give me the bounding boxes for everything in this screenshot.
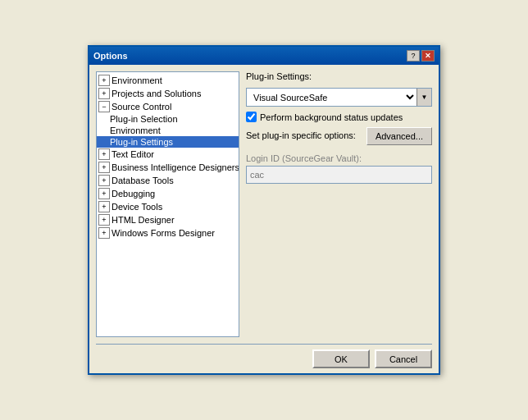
- plugin-settings-label: Plug-in Settings:: [246, 71, 432, 81]
- tree-item-source-control[interactable]: − Source Control: [97, 100, 239, 113]
- tree-item-environment[interactable]: + Environment: [97, 74, 239, 87]
- tree-label-bi-designers: Business Intelligence Designers: [112, 162, 239, 172]
- expander-debugging[interactable]: +: [98, 188, 110, 199]
- tree-label-html-designer: HTML Designer: [112, 215, 175, 225]
- background-updates-label[interactable]: Perform background status updates: [260, 112, 403, 122]
- options-row: Set plug-in specific options: Advanced..…: [246, 127, 432, 145]
- right-panel: Plug-in Settings: Visual SourceSafe None…: [246, 71, 432, 337]
- tree-item-debugging[interactable]: + Debugging: [97, 187, 239, 200]
- tree-label-source-control: Source Control: [112, 102, 171, 112]
- advanced-button[interactable]: Advanced...: [366, 127, 432, 145]
- checkbox-row: Perform background status updates: [246, 112, 432, 122]
- background-updates-checkbox[interactable]: [246, 112, 257, 122]
- tree-item-device-tools[interactable]: + Device Tools: [97, 200, 239, 213]
- expander-database-tools[interactable]: +: [98, 175, 110, 186]
- plugin-dropdown-wrapper[interactable]: Visual SourceSafe None SourceGear Vault …: [246, 88, 432, 107]
- expander-bi-designers[interactable]: +: [98, 162, 110, 173]
- tree-label-winforms-designer: Windows Forms Designer: [112, 228, 215, 238]
- tree-item-bi-designers[interactable]: + Business Intelligence Designers: [97, 161, 239, 174]
- tree-label-debugging: Debugging: [112, 189, 155, 199]
- login-section: Login ID (SourceGear Vault):: [246, 153, 432, 184]
- tree-item-database-tools[interactable]: + Database Tools: [97, 174, 239, 187]
- tree-label-text-editor: Text Editor: [112, 149, 154, 159]
- tree-label-plugin-selection: Plug-in Selection: [110, 114, 178, 124]
- tree-item-env-sc[interactable]: Environment: [97, 125, 239, 136]
- close-button[interactable]: ✕: [421, 50, 435, 62]
- login-id-label: Login ID (SourceGear Vault):: [246, 153, 432, 163]
- tree-label-device-tools: Device Tools: [112, 202, 162, 212]
- tree-label-database-tools: Database Tools: [112, 176, 174, 185]
- dialog-footer: OK Cancel: [89, 345, 439, 373]
- tree-item-winforms-designer[interactable]: + Windows Forms Designer: [97, 226, 239, 240]
- expander-projects-solutions[interactable]: +: [98, 88, 110, 99]
- title-bar-buttons: ? ✕: [407, 50, 435, 62]
- cancel-button[interactable]: Cancel: [375, 349, 432, 368]
- options-dialog: Options ? ✕ + Environment + Projects and…: [88, 45, 440, 375]
- expander-html-designer[interactable]: +: [98, 214, 110, 226]
- expander-source-control[interactable]: −: [98, 101, 110, 112]
- login-id-input[interactable]: [246, 166, 432, 184]
- expander-text-editor[interactable]: +: [98, 148, 110, 160]
- help-button[interactable]: ?: [407, 50, 420, 62]
- dialog-content: + Environment + Projects and Solutions −…: [89, 65, 439, 344]
- tree-item-projects-solutions[interactable]: + Projects and Solutions: [97, 87, 239, 100]
- tree-label-projects-solutions: Projects and Solutions: [112, 89, 201, 98]
- expander-winforms-designer[interactable]: +: [98, 227, 110, 239]
- tree-item-plugin-settings[interactable]: Plug-in Settings: [97, 136, 239, 148]
- tree-item-text-editor[interactable]: + Text Editor: [97, 148, 239, 161]
- expander-device-tools[interactable]: +: [98, 201, 110, 212]
- ok-button[interactable]: OK: [312, 349, 370, 368]
- dropdown-arrow-icon[interactable]: ▼: [416, 89, 431, 106]
- tree-item-plugin-selection[interactable]: Plug-in Selection: [97, 113, 239, 125]
- plugin-dropdown[interactable]: Visual SourceSafe None SourceGear Vault: [247, 89, 416, 106]
- tree-label-plugin-settings: Plug-in Settings: [110, 137, 173, 147]
- expander-environment[interactable]: +: [98, 75, 110, 86]
- set-options-label: Set plug-in specific options:: [246, 130, 356, 140]
- tree-label-environment: Environment: [112, 75, 162, 85]
- window-title: Options: [93, 51, 128, 61]
- tree-item-html-designer[interactable]: + HTML Designer: [97, 213, 239, 226]
- tree-panel[interactable]: + Environment + Projects and Solutions −…: [96, 71, 239, 337]
- tree-label-env-sc: Environment: [110, 126, 161, 135]
- title-bar: Options ? ✕: [89, 47, 439, 65]
